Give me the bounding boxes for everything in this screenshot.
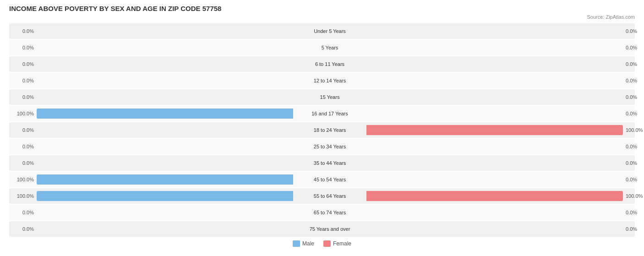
- age-label: 65 to 74 Years: [293, 210, 366, 215]
- male-value: 0.0%: [9, 45, 37, 50]
- bar-row: 0.0%18 to 24 Years100.0%: [9, 122, 635, 138]
- male-value: 100.0%: [9, 111, 37, 116]
- legend-female-box: [323, 240, 331, 247]
- male-bar-container: [37, 174, 293, 185]
- female-value: 0.0%: [623, 177, 644, 182]
- male-bar-container: [37, 92, 293, 102]
- male-bar: [37, 109, 293, 119]
- age-label: 35 to 44 Years: [293, 160, 366, 166]
- bar-row: 0.0%75 Years and over0.0%: [9, 221, 635, 237]
- bar-row: 0.0%Under 5 Years0.0%: [9, 23, 635, 39]
- legend: Male Female: [9, 240, 635, 247]
- male-value: 100.0%: [9, 177, 37, 182]
- male-value: 0.0%: [9, 78, 37, 83]
- female-bar-container: [366, 125, 623, 135]
- bar-row: 100.0%45 to 54 Years0.0%: [9, 172, 635, 187]
- female-bar-container: [366, 191, 623, 201]
- age-label: 12 to 14 Years: [293, 78, 366, 83]
- age-label: 18 to 24 Years: [293, 127, 366, 133]
- female-bar-container: [366, 109, 623, 119]
- female-value: 0.0%: [623, 226, 644, 232]
- bar-row: 0.0%15 Years0.0%: [9, 89, 635, 105]
- male-bar-container: [37, 158, 293, 168]
- male-value: 0.0%: [9, 144, 37, 149]
- bar-row: 0.0%25 to 34 Years0.0%: [9, 139, 635, 154]
- male-bar-container: [37, 26, 293, 36]
- chart-title: INCOME ABOVE POVERTY BY SEX AND AGE IN Z…: [9, 5, 635, 12]
- bar-row: 0.0%5 Years0.0%: [9, 40, 635, 55]
- female-value: 100.0%: [623, 127, 644, 133]
- female-bar-container: [366, 207, 623, 218]
- age-label: 55 to 64 Years: [293, 193, 366, 199]
- female-bar-container: [366, 76, 623, 86]
- female-value: 0.0%: [623, 45, 644, 50]
- male-value: 0.0%: [9, 127, 37, 133]
- legend-male-item: Male: [293, 240, 314, 247]
- female-bar: [366, 125, 623, 135]
- female-value: 0.0%: [623, 210, 644, 215]
- legend-male-box: [293, 240, 300, 247]
- male-bar-container: [37, 207, 293, 218]
- male-bar-container: [37, 76, 293, 86]
- female-value: 0.0%: [623, 144, 644, 149]
- female-bar-container: [366, 43, 623, 53]
- male-bar-container: [37, 43, 293, 53]
- legend-female-item: Female: [323, 240, 351, 247]
- age-label: 5 Years: [293, 45, 366, 50]
- age-label: Under 5 Years: [293, 28, 366, 34]
- female-bar-container: [366, 142, 623, 152]
- age-label: 6 to 11 Years: [293, 61, 366, 67]
- male-bar-container: [37, 224, 293, 234]
- female-bar-container: [366, 224, 623, 234]
- female-bar-container: [366, 158, 623, 168]
- legend-male-label: Male: [302, 240, 314, 247]
- male-bar-container: [37, 191, 293, 201]
- bar-row: 0.0%35 to 44 Years0.0%: [9, 155, 635, 171]
- female-value: 0.0%: [623, 94, 644, 100]
- female-value: 100.0%: [623, 193, 644, 199]
- age-label: 15 Years: [293, 94, 366, 100]
- female-bar-container: [366, 26, 623, 36]
- age-label: 16 and 17 Years: [293, 111, 366, 116]
- legend-female-label: Female: [333, 240, 351, 247]
- male-bar-container: [37, 59, 293, 69]
- bar-row: 100.0%55 to 64 Years100.0%: [9, 188, 635, 204]
- female-bar-container: [366, 92, 623, 102]
- male-value: 0.0%: [9, 160, 37, 166]
- male-bar: [37, 174, 293, 185]
- male-value: 0.0%: [9, 61, 37, 67]
- female-value: 0.0%: [623, 78, 644, 83]
- female-value: 0.0%: [623, 160, 644, 166]
- female-value: 0.0%: [623, 28, 644, 34]
- age-label: 25 to 34 Years: [293, 144, 366, 149]
- female-bar-container: [366, 174, 623, 185]
- male-value: 0.0%: [9, 210, 37, 215]
- bar-row: 0.0%6 to 11 Years0.0%: [9, 56, 635, 72]
- age-label: 75 Years and over: [293, 226, 366, 232]
- female-bar: [366, 191, 623, 201]
- male-bar: [37, 191, 293, 201]
- male-value: 100.0%: [9, 193, 37, 199]
- male-value: 0.0%: [9, 28, 37, 34]
- female-value: 0.0%: [623, 61, 644, 67]
- bar-row: 0.0%65 to 74 Years0.0%: [9, 205, 635, 220]
- male-bar-container: [37, 142, 293, 152]
- chart-container: 0.0%Under 5 Years0.0%0.0%5 Years0.0%0.0%…: [9, 23, 635, 237]
- female-bar-container: [366, 59, 623, 69]
- male-value: 0.0%: [9, 226, 37, 232]
- source-text: Source: ZipAtlas.com: [9, 14, 635, 20]
- bar-row: 100.0%16 and 17 Years0.0%: [9, 106, 635, 121]
- female-value: 0.0%: [623, 111, 644, 116]
- bar-row: 0.0%12 to 14 Years0.0%: [9, 73, 635, 88]
- male-bar-container: [37, 109, 293, 119]
- age-label: 45 to 54 Years: [293, 177, 366, 182]
- male-bar-container: [37, 125, 293, 135]
- male-value: 0.0%: [9, 94, 37, 100]
